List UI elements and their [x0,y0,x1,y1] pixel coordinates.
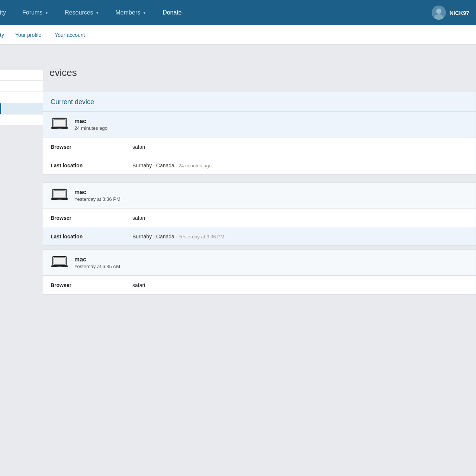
nav-item-resources[interactable]: Resources ▼ [57,0,107,25]
page-content: evices Current device [0,45,476,298]
device-row-current: mac 24 minutes ago [43,112,476,137]
detail-row-location-2: Last location Burnaby · Canada · Yesterd… [43,227,476,245]
sidebar [0,45,43,126]
device-time-current: 24 minutes ago [74,125,107,131]
chevron-down-icon: ▼ [142,11,146,15]
username-label: NICK97 [450,10,469,16]
laptop-icon-3 [51,255,68,270]
location-city-current: Burnaby · Canada [132,163,174,168]
sub-nav-your-account[interactable]: Your account [48,25,91,45]
nav-donate-label: Donate [163,9,182,16]
location-time-2: · Yesterday at 3:36 PM [176,234,225,239]
nav-forums-label: Forums [22,9,42,16]
svg-rect-10 [57,199,62,200]
nav-item-donate[interactable]: Donate [154,0,190,25]
laptop-icon-2 [51,188,68,203]
sub-nav-your-profile[interactable]: Your profile [9,25,48,45]
nav-item-forums[interactable]: Forums ▼ [14,0,57,25]
sidebar-item-5[interactable] [0,115,43,125]
sidebar-item-3[interactable] [0,92,43,103]
device-row-3: mac Yesterday at 6:35 AM [43,250,476,276]
page-heading: evices [46,56,476,86]
device-name-3: mac [74,256,120,263]
sidebar-item-2[interactable] [0,81,43,91]
nav-resources-label: Resources [65,9,93,16]
nav-members-label: Members [116,9,141,16]
chevron-down-icon: ▼ [45,11,48,15]
chevron-down-icon: ▼ [96,11,99,15]
browser-value-2: safari [132,215,145,221]
svg-rect-4 [54,119,65,126]
device-card-3: mac Yesterday at 6:35 AM Browser safari [43,250,476,295]
nav-items: ity Forums ▼ Resources ▼ Members ▼ Donat… [0,0,425,25]
device-info-current: mac 24 minutes ago [74,118,107,131]
device-row-2: mac Yesterday at 3:36 PM [43,183,476,208]
sidebar-item-1[interactable] [0,70,43,80]
svg-rect-12 [54,258,65,264]
location-value-2: Burnaby · Canada · Yesterday at 3:36 PM [132,234,225,239]
device-time-2: Yesterday at 3:36 PM [74,196,120,202]
sub-nav-partial: ty [0,32,9,38]
svg-rect-14 [57,266,62,267]
detail-row-browser-3: Browser safari [43,276,476,294]
svg-point-1 [436,9,441,14]
location-label-current: Last location [51,163,132,168]
separator-1 [43,178,476,182]
user-menu[interactable]: NICK97 [425,0,476,25]
nav-item-members[interactable]: Members ▼ [107,0,155,25]
current-device-title: Current device [51,98,94,106]
nav-partial-label: ity [0,0,14,25]
device-name-2: mac [74,189,120,196]
sidebar-item-active[interactable] [0,103,43,114]
detail-row-browser-2: Browser safari [43,208,476,227]
avatar-image [432,6,446,20]
detail-row-browser-current: Browser safari [43,137,476,156]
device-card-2: mac Yesterday at 3:36 PM Browser safari … [43,182,476,246]
location-value-current: Burnaby · Canada · 24 minutes ago [132,163,212,168]
browser-value-3: safari [132,282,145,288]
laptop-icon [51,117,68,132]
svg-rect-6 [57,128,62,129]
location-city-2: Burnaby · Canada [132,234,174,239]
browser-label-2: Browser [51,215,132,221]
device-info-3: mac Yesterday at 6:35 AM [74,256,120,269]
avatar [432,6,446,20]
location-label-2: Last location [51,234,132,239]
device-info-2: mac Yesterday at 3:36 PM [74,189,120,202]
main-content: evices Current device [43,45,476,298]
sub-nav: ty Your profile Your account [0,25,476,45]
current-device-header: Current device [43,92,476,112]
browser-value-current: safari [132,144,145,150]
top-nav: ity Forums ▼ Resources ▼ Members ▼ Donat… [0,0,476,25]
location-time-current: · 24 minutes ago [176,163,212,168]
device-time-3: Yesterday at 6:35 AM [74,264,120,269]
current-device-card: Current device mac 24 minutes [43,92,476,175]
svg-rect-8 [54,190,65,197]
detail-row-location-current: Last location Burnaby · Canada · 24 minu… [43,156,476,174]
device-name-current: mac [74,118,107,125]
browser-label-3: Browser [51,282,132,288]
browser-label-current: Browser [51,144,132,150]
